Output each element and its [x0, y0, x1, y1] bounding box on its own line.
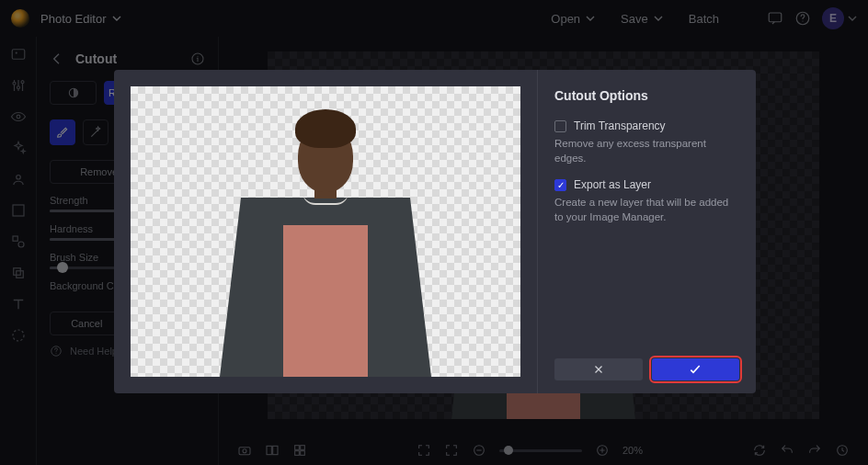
modal-cancel-button[interactable]	[554, 358, 643, 380]
modal-title: Cutout Options	[554, 88, 739, 103]
trim-label: Trim Transparency	[574, 119, 666, 132]
modal-confirm-button[interactable]	[652, 358, 740, 380]
export-label: Export as Layer	[574, 178, 651, 191]
trim-description: Remove any excess transparent edges.	[554, 136, 739, 165]
check-icon	[688, 362, 702, 377]
cutout-options-modal: Cutout Options Trim Transparency Remove …	[114, 70, 756, 393]
export-as-layer-checkbox[interactable]: ✓	[554, 179, 566, 191]
close-icon	[592, 363, 605, 376]
trim-transparency-checkbox[interactable]	[554, 120, 566, 132]
export-description: Create a new layer that will be added to…	[554, 195, 739, 224]
cutout-preview	[131, 86, 520, 377]
